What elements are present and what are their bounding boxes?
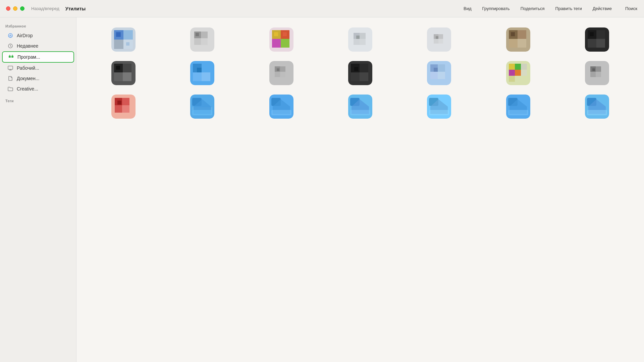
list-item[interactable] bbox=[321, 91, 399, 123]
titlebar: Назад/вперед Утилиты Вид Группировать По… bbox=[0, 0, 644, 17]
sidebar-item-creative[interactable]: Creative... bbox=[2, 84, 74, 94]
app-icon-9 bbox=[190, 61, 214, 85]
maximize-button[interactable] bbox=[20, 6, 24, 11]
traffic-lights bbox=[6, 6, 24, 11]
list-item[interactable] bbox=[243, 91, 320, 123]
airdrop-label: AirDrop bbox=[17, 33, 33, 38]
list-item[interactable] bbox=[558, 58, 636, 90]
list-item[interactable] bbox=[321, 58, 399, 90]
view-button[interactable]: Вид bbox=[464, 6, 472, 11]
app-icon-20 bbox=[506, 95, 530, 119]
sidebar-item-documents[interactable]: Докумен... bbox=[2, 73, 74, 83]
svg-rect-79 bbox=[434, 68, 438, 72]
svg-rect-70 bbox=[360, 64, 368, 72]
svg-rect-85 bbox=[521, 64, 527, 70]
close-button[interactable] bbox=[6, 6, 10, 11]
sidebar-item-recent[interactable]: Недавнее bbox=[2, 41, 74, 51]
search-button[interactable]: Поиск bbox=[625, 6, 637, 11]
list-item[interactable] bbox=[400, 91, 478, 123]
action-button[interactable]: Действие bbox=[593, 6, 612, 11]
svg-rect-52 bbox=[123, 64, 131, 72]
svg-rect-86 bbox=[521, 70, 527, 76]
svg-rect-5 bbox=[8, 66, 13, 69]
list-item[interactable] bbox=[558, 24, 636, 56]
list-item[interactable] bbox=[321, 24, 399, 56]
app-icon-8 bbox=[111, 61, 136, 85]
svg-rect-41 bbox=[509, 39, 518, 48]
group-button[interactable]: Группировать bbox=[482, 6, 510, 11]
airdrop-icon bbox=[7, 33, 13, 39]
document-icon bbox=[7, 75, 13, 81]
list-item[interactable] bbox=[243, 58, 320, 90]
svg-rect-40 bbox=[518, 30, 526, 39]
svg-rect-12 bbox=[126, 42, 129, 46]
list-item[interactable] bbox=[479, 58, 557, 90]
list-item[interactable] bbox=[400, 24, 478, 56]
app-icon-1 bbox=[111, 27, 136, 52]
svg-rect-16 bbox=[194, 38, 201, 45]
list-item[interactable] bbox=[558, 91, 636, 123]
list-item[interactable] bbox=[85, 24, 162, 56]
svg-rect-36 bbox=[438, 39, 443, 44]
svg-rect-18 bbox=[196, 33, 199, 36]
list-item[interactable] bbox=[163, 24, 241, 56]
share-button[interactable]: Поделиться bbox=[521, 6, 545, 11]
svg-rect-77 bbox=[430, 72, 438, 79]
svg-rect-47 bbox=[588, 39, 596, 48]
sidebar-item-airdrop[interactable]: AirDrop bbox=[2, 31, 74, 41]
app-icon-12 bbox=[427, 61, 451, 85]
sidebar-item-apps[interactable]: Програм... bbox=[2, 51, 74, 63]
svg-rect-113 bbox=[350, 110, 370, 115]
svg-rect-25 bbox=[283, 32, 287, 36]
svg-rect-4 bbox=[11, 56, 13, 58]
svg-rect-31 bbox=[356, 36, 360, 39]
list-item[interactable] bbox=[85, 58, 162, 90]
svg-rect-87 bbox=[509, 76, 515, 82]
svg-rect-83 bbox=[509, 70, 515, 76]
list-item[interactable] bbox=[163, 58, 241, 90]
svg-rect-15 bbox=[201, 32, 208, 38]
main-layout: Избранное AirDrop Недавнее bbox=[0, 17, 644, 362]
app-icon-14 bbox=[585, 61, 609, 85]
svg-rect-22 bbox=[272, 39, 281, 48]
svg-rect-121 bbox=[508, 110, 528, 115]
sidebar-item-desktop[interactable]: Рабочий... bbox=[2, 63, 74, 73]
svg-rect-65 bbox=[275, 72, 280, 77]
favorites-label: Избранное bbox=[0, 23, 76, 30]
svg-rect-58 bbox=[202, 64, 210, 72]
window-title: Утилиты bbox=[65, 6, 86, 11]
svg-rect-28 bbox=[360, 33, 366, 39]
list-item[interactable] bbox=[243, 24, 320, 56]
svg-rect-66 bbox=[280, 72, 285, 77]
desktop-icon bbox=[7, 65, 13, 71]
list-item[interactable] bbox=[479, 91, 557, 123]
apps-label: Програм... bbox=[17, 54, 40, 60]
apps-icon bbox=[8, 54, 14, 60]
svg-rect-49 bbox=[590, 32, 594, 36]
svg-rect-11 bbox=[116, 32, 121, 37]
svg-rect-90 bbox=[596, 66, 601, 72]
svg-rect-84 bbox=[515, 70, 521, 76]
tags-label: Теги bbox=[0, 94, 76, 104]
nav-label[interactable]: Назад/вперед bbox=[31, 6, 59, 11]
tags-button[interactable]: Править теги bbox=[555, 6, 582, 11]
list-item[interactable] bbox=[163, 91, 241, 123]
svg-rect-59 bbox=[193, 72, 202, 81]
list-item[interactable] bbox=[479, 24, 557, 56]
app-icon-15 bbox=[111, 95, 136, 119]
svg-rect-64 bbox=[280, 66, 285, 72]
svg-rect-30 bbox=[360, 39, 366, 45]
svg-rect-29 bbox=[354, 39, 360, 45]
app-icon-18 bbox=[348, 95, 372, 119]
svg-rect-54 bbox=[123, 72, 131, 81]
app-icon-17 bbox=[269, 95, 293, 119]
svg-rect-67 bbox=[277, 68, 279, 71]
svg-rect-8 bbox=[123, 30, 133, 40]
svg-rect-3 bbox=[9, 56, 11, 58]
svg-rect-9 bbox=[114, 40, 123, 49]
app-icon-3 bbox=[269, 27, 293, 52]
list-item[interactable] bbox=[85, 91, 162, 123]
minimize-button[interactable] bbox=[13, 6, 17, 11]
app-icon-13 bbox=[506, 61, 530, 85]
list-item[interactable] bbox=[400, 58, 478, 90]
